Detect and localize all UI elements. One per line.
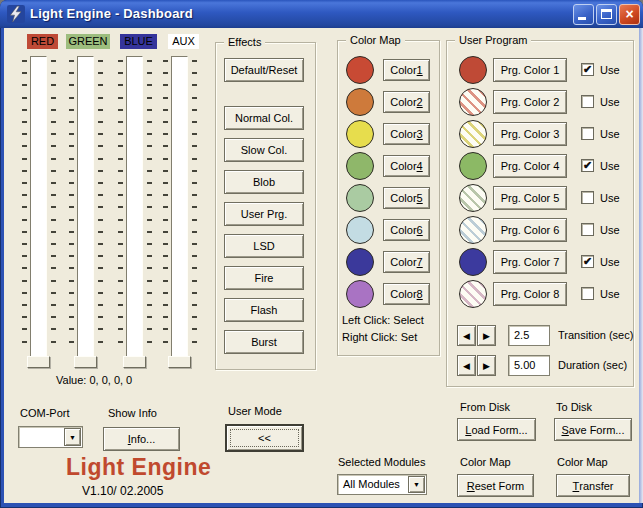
- use-checkbox-7[interactable]: ✔: [581, 255, 594, 268]
- prg-color-swatch-2[interactable]: [459, 88, 487, 116]
- lsd-button[interactable]: LSD: [224, 234, 304, 258]
- chevron-down-icon[interactable]: ▼: [64, 428, 81, 446]
- slider-thumb[interactable]: [168, 356, 191, 368]
- use-label: Use: [600, 96, 620, 108]
- prg-color-swatch-8[interactable]: [459, 280, 487, 308]
- use-checkbox-2[interactable]: [581, 95, 594, 108]
- minimize-icon: [578, 17, 586, 20]
- slider-track[interactable]: [77, 56, 94, 358]
- color-swatch-4[interactable]: [346, 152, 374, 180]
- color-8-button[interactable]: Color 8: [383, 283, 430, 305]
- prg-color-swatch-7[interactable]: [459, 248, 487, 276]
- minimize-button[interactable]: [573, 4, 594, 25]
- use-checkbox-8[interactable]: [581, 287, 594, 300]
- focus-rectangle: [230, 429, 299, 447]
- color-swatch-8[interactable]: [346, 280, 374, 308]
- default-reset-button[interactable]: Default/Reset: [224, 58, 304, 82]
- use-checkbox-4[interactable]: ✔: [581, 159, 594, 172]
- prg-color-swatch-3[interactable]: [459, 120, 487, 148]
- user-program-group-title: User Program: [455, 34, 531, 47]
- slider-red[interactable]: [21, 56, 57, 368]
- transition-field[interactable]: 2.5: [508, 325, 550, 346]
- slider-track[interactable]: [126, 56, 143, 358]
- slider-aux[interactable]: [162, 56, 198, 368]
- title-bar[interactable]: Light Engine - Dashboard ×: [0, 0, 643, 28]
- channel-label-aux: AUX: [168, 34, 199, 49]
- transition-decrease-button[interactable]: ◀: [457, 325, 476, 346]
- color-map-bottom-label-left: Color Map: [460, 456, 511, 468]
- duration-increase-button[interactable]: ▶: [477, 355, 496, 376]
- color-swatch-2[interactable]: [346, 88, 374, 116]
- use-checkbox-3[interactable]: [581, 127, 594, 140]
- slider-track[interactable]: [171, 56, 188, 358]
- duration-field[interactable]: 5.00: [508, 355, 550, 376]
- slider-track[interactable]: [30, 56, 47, 358]
- channel-label-green: GREEN: [66, 34, 110, 49]
- transition-increase-button[interactable]: ▶: [477, 325, 496, 346]
- com-port-select[interactable]: ▼: [18, 426, 83, 448]
- dialog-client-area: RED GREEN BLUE AUX Value:: [4, 28, 639, 503]
- prg-color-6-button[interactable]: Prg. Color 6: [493, 218, 567, 242]
- color-2-button[interactable]: Color 2: [383, 91, 430, 113]
- hint-left-click: Left Click: Select: [342, 314, 424, 326]
- color-swatch-5[interactable]: [346, 184, 374, 212]
- use-label: Use: [600, 160, 620, 172]
- com-port-label: COM-Port: [20, 407, 70, 419]
- fire-button[interactable]: Fire: [224, 266, 304, 290]
- color-6-button[interactable]: Color 6: [383, 219, 430, 241]
- prg-color-swatch-5[interactable]: [459, 184, 487, 212]
- prg-color-8-button[interactable]: Prg. Color 8: [493, 282, 567, 306]
- use-checkbox-1[interactable]: ✔: [581, 63, 594, 76]
- prg-color-swatch-1[interactable]: [459, 56, 487, 84]
- slow-col-button[interactable]: Slow Col.: [224, 138, 304, 162]
- color-swatch-1[interactable]: [346, 56, 374, 84]
- color-3-button[interactable]: Color 3: [383, 123, 430, 145]
- prg-color-7-button[interactable]: Prg. Color 7: [493, 250, 567, 274]
- reset-form-button[interactable]: Reset Form: [457, 474, 534, 497]
- save-form-button[interactable]: Save Form...: [554, 418, 632, 441]
- maximize-button[interactable]: [596, 4, 617, 25]
- duration-label: Duration (sec): [558, 359, 627, 371]
- color-1-button[interactable]: Color 1: [383, 59, 430, 81]
- slider-thumb[interactable]: [123, 356, 146, 368]
- use-label: Use: [600, 192, 620, 204]
- use-checkbox-6[interactable]: [581, 223, 594, 236]
- user-prg-button[interactable]: User Prg.: [224, 202, 304, 226]
- hint-right-click: Right Click: Set: [342, 331, 417, 343]
- chevron-down-icon[interactable]: ▼: [408, 476, 425, 493]
- burst-button[interactable]: Burst: [224, 330, 304, 354]
- duration-decrease-button[interactable]: ◀: [457, 355, 476, 376]
- color-4-button[interactable]: Color 4: [383, 155, 430, 177]
- prg-color-swatch-4[interactable]: [459, 152, 487, 180]
- transfer-button[interactable]: Transfer: [556, 474, 630, 497]
- slider-thumb[interactable]: [74, 356, 97, 368]
- flash-button[interactable]: Flash: [224, 298, 304, 322]
- color-7-button[interactable]: Color 7: [383, 251, 430, 273]
- color-5-button[interactable]: Color 5: [383, 187, 430, 209]
- lightning-bolt-icon: [7, 5, 25, 23]
- info-button[interactable]: Info...: [103, 427, 180, 451]
- user-mode-button[interactable]: <<: [225, 424, 304, 452]
- show-info-label: Show Info: [108, 407, 157, 419]
- use-checkbox-5[interactable]: [581, 191, 594, 204]
- load-form-button[interactable]: Load Form...: [457, 418, 536, 441]
- normal-col-button[interactable]: Normal Col.: [224, 106, 304, 130]
- close-button[interactable]: ×: [619, 4, 640, 25]
- slider-blue[interactable]: [117, 56, 153, 368]
- color-swatch-7[interactable]: [346, 248, 374, 276]
- selected-modules-select[interactable]: All Modules ▼: [337, 474, 427, 495]
- prg-color-1-button[interactable]: Prg. Color 1: [493, 58, 567, 82]
- color-swatch-3[interactable]: [346, 120, 374, 148]
- prg-color-swatch-6[interactable]: [459, 216, 487, 244]
- slider-green[interactable]: [68, 56, 104, 368]
- prg-color-4-button[interactable]: Prg. Color 4: [493, 154, 567, 178]
- prg-color-3-button[interactable]: Prg. Color 3: [493, 122, 567, 146]
- maximize-icon: [601, 9, 612, 19]
- to-disk-label: To Disk: [556, 401, 592, 413]
- prg-color-5-button[interactable]: Prg. Color 5: [493, 186, 567, 210]
- prg-color-2-button[interactable]: Prg. Color 2: [493, 90, 567, 114]
- slider-thumb[interactable]: [27, 356, 50, 368]
- blob-button[interactable]: Blob: [224, 170, 304, 194]
- color-swatch-6[interactable]: [346, 216, 374, 244]
- slider-ticks: [192, 60, 197, 352]
